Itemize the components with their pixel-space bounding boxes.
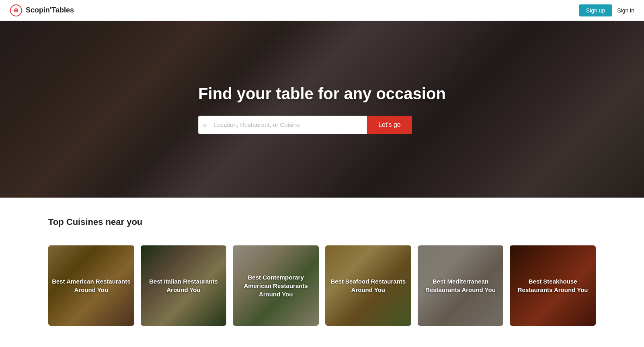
svg-point-2 — [15, 10, 17, 11]
hero-section: Find your table for any occasion ⌕ Let's… — [0, 21, 644, 198]
cuisines-section-title: Top Cuisines near you — [48, 217, 596, 227]
search-button[interactable]: Let's go — [367, 116, 412, 134]
signup-button[interactable]: Sign up — [579, 4, 612, 16]
cuisine-grid: Best American Restaurants Around YouBest… — [48, 245, 596, 326]
cuisine-card-contemporary[interactable]: Best Contemporary American Restaurants A… — [233, 245, 319, 326]
cuisine-card-label-contemporary: Best Contemporary American Restaurants A… — [233, 270, 319, 302]
hero-content: Find your table for any occasion ⌕ Let's… — [198, 85, 446, 134]
logo-text: Scopin'Tables — [26, 6, 74, 14]
navbar: Scopin'Tables Sign up Sign in — [0, 0, 644, 21]
signin-button[interactable]: Sign in — [617, 7, 634, 14]
search-icon: ⌕ — [203, 121, 207, 129]
nav-actions: Sign up Sign in — [579, 4, 634, 16]
cuisine-card-label-steakhouse: Best Steakhouse Restaurants Around You — [510, 274, 596, 297]
cuisine-card-overlay-seafood: Best Seafood Restaurants Around You — [325, 245, 411, 326]
cuisine-card-overlay-american: Best American Restaurants Around You — [48, 245, 134, 326]
cuisine-card-overlay-steakhouse: Best Steakhouse Restaurants Around You — [510, 245, 596, 326]
hero-title: Find your table for any occasion — [198, 85, 446, 103]
cuisine-card-label-mediterranean: Best Mediterranean Restaurants Around Yo… — [418, 274, 504, 297]
logo-icon — [10, 4, 23, 17]
cuisine-card-seafood[interactable]: Best Seafood Restaurants Around You — [325, 245, 411, 326]
cuisine-card-mediterranean[interactable]: Best Mediterranean Restaurants Around Yo… — [418, 245, 504, 326]
logo[interactable]: Scopin'Tables — [10, 4, 74, 17]
cuisine-card-label-seafood: Best Seafood Restaurants Around You — [325, 274, 411, 297]
cuisine-card-overlay-mediterranean: Best Mediterranean Restaurants Around Yo… — [418, 245, 504, 326]
cuisine-card-italian[interactable]: Best Italian Restaurants Around You — [141, 245, 227, 326]
search-bar: ⌕ Let's go — [198, 116, 446, 134]
cuisine-card-overlay-italian: Best Italian Restaurants Around You — [141, 245, 227, 326]
search-input-wrap: ⌕ — [198, 116, 367, 134]
search-input[interactable] — [198, 116, 367, 134]
cuisine-card-label-american: Best American Restaurants Around You — [48, 274, 134, 297]
cuisine-card-american[interactable]: Best American Restaurants Around You — [48, 245, 134, 326]
cuisine-card-label-italian: Best Italian Restaurants Around You — [141, 274, 227, 297]
main-content: Top Cuisines near you Best American Rest… — [0, 198, 644, 347]
cuisine-card-steakhouse[interactable]: Best Steakhouse Restaurants Around You — [510, 245, 596, 326]
section-divider — [48, 234, 596, 234]
cuisine-card-overlay-contemporary: Best Contemporary American Restaurants A… — [233, 245, 319, 326]
